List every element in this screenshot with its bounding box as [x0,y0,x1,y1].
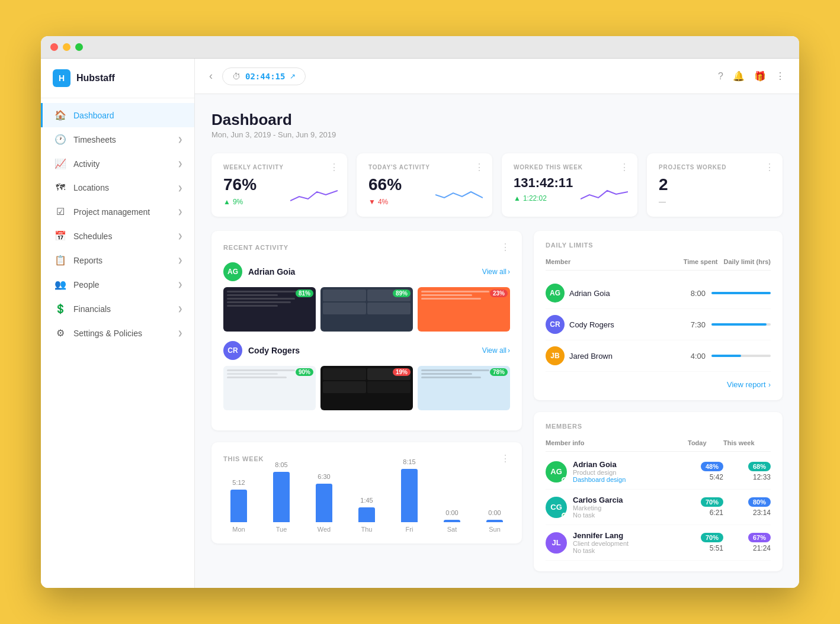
limit-row: CR Cody Rogers 7:30 [546,309,771,340]
sidebar-item-reports[interactable]: 📋 Reports ❯ [41,248,194,272]
limit-time: 7:30 [691,320,706,329]
stat-card-menu[interactable]: ⋮ [620,162,629,173]
stat-card-menu[interactable]: ⋮ [474,162,484,173]
timer-value: 02:44:15 [245,72,285,81]
online-indicator [562,513,567,518]
bar-day: Tue [276,526,287,533]
sidebar-item-schedules[interactable]: 📅 Schedules ❯ [41,224,194,248]
limit-name: Jared Brown [569,352,613,361]
member-details: Carlos Garcia Marketing No task [573,496,623,519]
arrow-up-icon: ▲ [223,198,230,206]
schedules-icon: 📅 [54,230,66,242]
table-header: Member Time spent Daily limit (hrs) [546,258,771,271]
sidebar-item-activity[interactable]: 📈 Activity ❯ [41,152,194,176]
stat-card-menu[interactable]: ⋮ [329,162,339,173]
week-time: 23:14 [753,509,771,517]
help-icon[interactable]: ? [718,71,723,82]
bar-col: 8:15 Fri [394,458,425,533]
user-name: Adrian Goia [248,267,295,276]
bell-icon[interactable]: 🔔 [733,70,745,82]
bar-day: Sat [447,526,457,533]
bar [401,469,418,522]
member-photo: AG [546,461,567,483]
sidebar-item-label: Locations [73,183,171,192]
member-name: Adrian Goia [573,460,626,469]
member-photo: JL [546,532,567,554]
card-menu[interactable]: ⋮ [501,453,510,464]
more-icon[interactable]: ⋮ [775,70,785,82]
screenshot-thumb[interactable]: 89% [320,287,413,332]
sidebar-item-locations[interactable]: 🗺 Locations ❯ [41,176,194,200]
gift-icon[interactable]: 🎁 [754,70,766,82]
sidebar-logo: H Hubstaff [41,59,194,98]
traffic-light-green[interactable] [75,43,83,51]
timer-expand-icon[interactable]: ↗ [290,72,296,81]
sidebar-item-project-management[interactable]: ☑ Project management ❯ [41,200,194,224]
bar-time: 0:00 [445,509,458,516]
screenshot-badge: 78% [490,368,508,376]
member-row: AG Adrian Goia Product design Dashboard … [546,454,771,490]
card-title: THIS WEEK [223,455,264,462]
traffic-light-red[interactable] [50,43,58,51]
page-title: Dashboard [211,111,783,129]
activity-user: CR Cody Rogers View all › [223,341,510,410]
view-all-link[interactable]: View all › [482,346,510,355]
sidebar-item-settings-policies[interactable]: ⚙ Settings & Policies ❯ [41,321,194,345]
bar [273,472,290,522]
bar-time: 5:12 [232,479,245,486]
this-week-card: THIS WEEK ⋮ 5:12 Mon [211,442,522,543]
screenshot-badge: 90% [296,368,313,376]
view-report[interactable]: View report › [546,379,771,390]
chevron-right-icon: › [508,268,510,276]
member-name: Jennifer Lang [573,531,629,540]
member-details: Adrian Goia Product design Dashboard des… [573,460,626,483]
topbar-icons: ? 🔔 🎁 ⋮ [718,70,785,82]
card-header: MEMBERS [546,423,771,430]
mini-chart [581,186,628,206]
traffic-light-yellow[interactable] [63,43,70,51]
screenshot-thumb[interactable]: 78% [418,366,510,410]
screenshot-badge: 23% [490,290,508,297]
stat-value: 2 [659,175,771,194]
chevron-right-icon: ❯ [178,233,182,239]
back-button[interactable]: ‹ [209,70,213,82]
view-report-link[interactable]: View report [727,380,766,389]
stat-card-menu[interactable]: ⋮ [765,162,774,173]
main-content: ‹ ⏱ 02:44:15 ↗ ? 🔔 🎁 ⋮ Dashboard [195,59,799,588]
stat-card-weekly-activity: WEEKLY ACTIVITY 76% ▲ 9% ⋮ [211,153,347,217]
card-title: MEMBERS [546,423,582,430]
today-badge: 70% [701,497,723,507]
sidebar-item-label: Dashboard [73,111,182,120]
screenshot-thumb[interactable]: 81% [223,287,316,332]
stat-label: WORKED THIS WEEK [514,164,626,171]
sidebar-logo-text: Hubstaff [76,73,115,83]
arrow-down-icon: ▼ [368,198,376,206]
lower-grid: RECENT ACTIVITY ⋮ AG Adrian Goia [211,231,783,571]
screenshot-badge: 89% [393,290,411,297]
mini-chart [435,186,483,206]
sidebar-item-people[interactable]: 👥 People ❯ [41,272,194,297]
sidebar-item-financials[interactable]: 💲 Financials ❯ [41,297,194,321]
th-this-week: This week [723,439,771,446]
screenshot-badge: 81% [296,290,313,297]
member-info: AG Adrian Goia Product design Dashboard … [546,460,688,483]
sidebar-item-label: Timesheets [73,135,171,144]
sidebar-item-dashboard[interactable]: 🏠 Dashboard [41,103,194,127]
sidebar-item-label: Financials [73,304,171,314]
card-menu[interactable]: ⋮ [501,242,510,253]
week-badge: 67% [748,533,771,542]
screenshot-thumb[interactable]: 90% [223,366,316,410]
view-all-link[interactable]: View all › [482,268,510,276]
member-task: No task [573,512,623,519]
member-name: Carlos Garcia [573,496,623,504]
financials-icon: 💲 [54,303,66,314]
timer-box: ⏱ 02:44:15 ↗ [222,67,306,85]
th-daily-limit: Daily limit (hrs) [724,258,771,265]
page-header: Dashboard Mon, Jun 3, 2019 - Sun, Jun 9,… [211,111,783,139]
sidebar-item-timesheets[interactable]: 🕐 Timesheets ❯ [41,127,194,152]
today-time: 6:21 [710,509,723,517]
screenshot-thumb[interactable]: 23% [418,287,510,332]
limit-user: JB Jared Brown [546,346,685,365]
screenshot-thumb[interactable]: 19% [320,366,413,410]
bar-day: Thu [361,526,373,533]
